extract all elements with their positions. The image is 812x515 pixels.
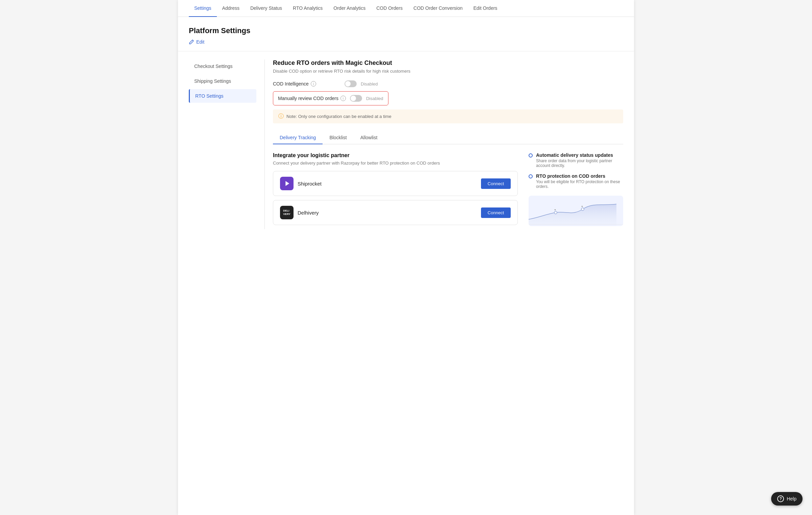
main-content: Reduce RTO orders with Magic Checkout Di… xyxy=(273,59,623,229)
delhivery-connect-button[interactable]: Connect xyxy=(481,207,511,218)
page-header: Platform Settings Edit xyxy=(178,17,634,51)
feature-text-0: Automatic delivery status updates Share … xyxy=(536,152,623,168)
shiprocket-name: Shiprocket xyxy=(298,181,322,187)
manual-review-info-icon[interactable]: i xyxy=(340,96,346,101)
help-icon: ? xyxy=(777,495,784,502)
manual-review-label: Manually review COD orders i xyxy=(278,96,346,101)
edit-icon xyxy=(189,39,194,45)
integrate-left: Integrate your logistic partner Connect … xyxy=(273,152,518,229)
integrate-right: Automatic delivery status updates Share … xyxy=(529,152,623,229)
svg-text:●: ● xyxy=(554,208,556,211)
nav-item-delivery-status[interactable]: Delivery Status xyxy=(245,0,287,17)
tab-blocklist[interactable]: Blocklist xyxy=(323,131,353,144)
tab-delivery-tracking[interactable]: Delivery Tracking xyxy=(273,131,323,144)
note-icon: ⓘ xyxy=(278,113,284,120)
shiprocket-info: Shiprocket xyxy=(280,177,322,190)
cod-intelligence-toggle[interactable] xyxy=(345,80,357,87)
help-button[interactable]: ? Help xyxy=(771,492,803,506)
feature-dot-1 xyxy=(529,174,533,178)
main-layout: Checkout Settings Shipping Settings RTO … xyxy=(178,51,634,237)
cod-intelligence-info-icon[interactable]: i xyxy=(311,81,316,87)
shiprocket-icon xyxy=(283,180,290,187)
nav-item-cod-orders[interactable]: COD Orders xyxy=(371,0,408,17)
nav-item-edit-orders[interactable]: Edit Orders xyxy=(468,0,503,17)
delhivery-logo: DELIVERY xyxy=(280,206,294,219)
svg-point-1 xyxy=(554,211,557,214)
chart-svg: ● ● xyxy=(529,196,623,226)
chart-placeholder: ● ● xyxy=(529,196,623,226)
shiprocket-logo xyxy=(280,177,294,190)
svg-text:●: ● xyxy=(581,205,583,208)
note-banner: ⓘ Note: Only one configuration can be en… xyxy=(273,109,623,123)
rto-section-subtitle: Disable COD option or retrieve RTO risk … xyxy=(273,69,623,74)
manual-review-toggle[interactable] xyxy=(350,95,362,102)
cod-intelligence-status: Disabled xyxy=(361,81,378,87)
sidebar-item-shipping[interactable]: Shipping Settings xyxy=(189,74,256,88)
sidebar: Checkout Settings Shipping Settings RTO … xyxy=(189,59,256,229)
feature-item-1: RTO protection on COD orders You will be… xyxy=(529,173,623,189)
partner-card-shiprocket: Shiprocket Connect xyxy=(273,171,518,196)
nav-item-order-analytics[interactable]: Order Analytics xyxy=(328,0,371,17)
nav-item-settings[interactable]: Settings xyxy=(189,0,217,17)
feature-text-1: RTO protection on COD orders You will be… xyxy=(536,173,623,189)
integrate-subtitle: Connect your delivery partner with Razor… xyxy=(273,161,518,166)
integrate-title: Integrate your logistic partner xyxy=(273,152,518,158)
edit-button[interactable]: Edit xyxy=(189,39,204,45)
tab-allowlist[interactable]: Allowlist xyxy=(354,131,384,144)
feature-item-0: Automatic delivery status updates Share … xyxy=(529,152,623,168)
feature-dot-0 xyxy=(529,153,533,157)
cod-intelligence-label: COD Intelligence i xyxy=(273,81,340,87)
feature-list: Automatic delivery status updates Share … xyxy=(529,152,623,189)
tabs: Delivery Tracking Blocklist Allowlist xyxy=(273,131,623,144)
nav-item-rto-analytics[interactable]: RTO Analytics xyxy=(287,0,328,17)
partner-card-delhivery: DELIVERY Delhivery Connect xyxy=(273,200,518,225)
nav-item-address[interactable]: Address xyxy=(217,0,245,17)
feature-title-0: Automatic delivery status updates xyxy=(536,152,623,158)
sidebar-divider xyxy=(264,59,265,229)
manual-review-row: Manually review COD orders i Disabled xyxy=(273,91,388,105)
svg-marker-0 xyxy=(285,181,289,186)
cod-intelligence-row: COD Intelligence i Disabled xyxy=(273,80,623,87)
integrate-section: Integrate your logistic partner Connect … xyxy=(273,152,623,229)
feature-subtitle-0: Share order data from your logistic part… xyxy=(536,158,623,168)
note-text: Note: Only one configuration can be enab… xyxy=(286,114,391,119)
svg-point-2 xyxy=(581,208,584,211)
rto-section-title: Reduce RTO orders with Magic Checkout xyxy=(273,59,623,67)
help-label: Help xyxy=(787,496,796,501)
nav-item-cod-order-conversion[interactable]: COD Order Conversion xyxy=(408,0,468,17)
manual-review-status: Disabled xyxy=(366,96,383,101)
page-title: Platform Settings xyxy=(189,26,623,35)
sidebar-item-checkout[interactable]: Checkout Settings xyxy=(189,59,256,73)
sidebar-item-rto[interactable]: RTO Settings xyxy=(189,89,256,103)
top-nav: Settings Address Delivery Status RTO Ana… xyxy=(178,0,634,17)
feature-subtitle-1: You will be eligible for RTO protection … xyxy=(536,179,623,189)
shiprocket-connect-button[interactable]: Connect xyxy=(481,178,511,189)
delhivery-name: Delhivery xyxy=(298,210,319,216)
feature-title-1: RTO protection on COD orders xyxy=(536,173,623,179)
delhivery-info: DELIVERY Delhivery xyxy=(280,206,319,219)
